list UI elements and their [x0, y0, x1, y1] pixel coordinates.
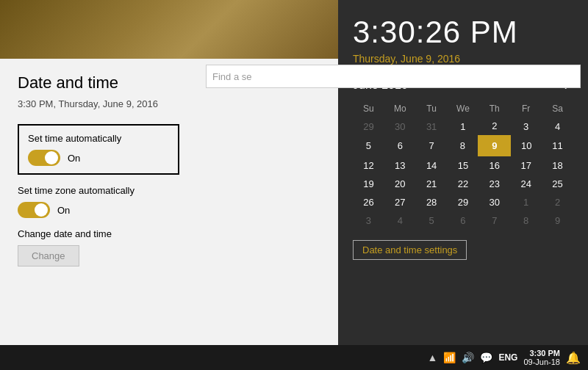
calendar-day[interactable]: 31	[416, 117, 448, 136]
change-datetime-section: Change date and time Change	[18, 228, 320, 266]
day-header-mo: Mo	[384, 101, 416, 117]
taskbar: ▲ 📶 🔊 💬 ENG 3:30 PM 09-Jun-18 🔔	[0, 345, 588, 370]
calendar-week-row: 262728293012	[353, 193, 573, 211]
clock-panel: 3:30:26 PM Thursday, June 9, 2016 June 2…	[338, 0, 588, 345]
calendar-day[interactable]: 24	[510, 175, 542, 193]
settings-panel: Date and time 3:30 PM, Thursday, June 9,…	[0, 59, 338, 345]
background-image	[0, 0, 338, 59]
taskbar-clock[interactable]: 3:30 PM 09-Jun-18	[523, 349, 560, 366]
auto-timezone-label: Set time zone automatically	[18, 185, 320, 196]
calendar-week-row: 567891011	[353, 136, 573, 156]
current-time-display: 3:30 PM, Thursday, June 9, 2016	[18, 98, 320, 109]
up-arrow-icon[interactable]: ▲	[428, 352, 438, 363]
calendar-day[interactable]: 6	[384, 136, 416, 156]
auto-time-section: Set time automatically On	[18, 124, 179, 175]
taskbar-time-value: 3:30 PM	[523, 349, 560, 358]
calendar-day[interactable]: 8	[448, 136, 479, 156]
auto-timezone-state: On	[57, 205, 70, 216]
day-header-su: Su	[353, 101, 384, 117]
calendar-day[interactable]: 15	[448, 156, 479, 175]
calendar-header-row: Su Mo Tu We Th Fr Sa	[353, 101, 573, 117]
calendar-day[interactable]: 25	[542, 175, 573, 193]
day-header-sa: Sa	[542, 101, 573, 117]
search-text: Find a se	[212, 71, 251, 82]
calendar-day[interactable]: 29	[448, 193, 479, 211]
auto-time-state: On	[68, 153, 80, 164]
calendar-day[interactable]: 19	[353, 175, 384, 193]
auto-time-label: Set time automatically	[28, 133, 169, 144]
calendar-day[interactable]: 5	[353, 136, 384, 156]
search-bar[interactable]: Find a se	[206, 65, 581, 88]
network-icon: 📶	[443, 352, 456, 363]
datetime-settings-link[interactable]: Date and time settings	[353, 240, 467, 260]
calendar-day[interactable]: 6	[448, 211, 479, 230]
calendar-day[interactable]: 10	[510, 136, 542, 156]
calendar-day[interactable]: 22	[448, 175, 479, 193]
calendar-day[interactable]: 1	[448, 117, 479, 136]
calendar-day[interactable]: 17	[510, 156, 542, 175]
calendar-grid: Su Mo Tu We Th Fr Sa 2930311234567891011…	[353, 101, 573, 230]
day-header-th: Th	[478, 101, 510, 117]
calendar-day[interactable]: 3	[353, 211, 384, 230]
calendar-day[interactable]: 2	[478, 117, 510, 136]
clock-date: Thursday, June 9, 2016	[353, 53, 573, 65]
calendar-day[interactable]: 4	[384, 211, 416, 230]
clock-time: 3:30:26 PM	[353, 15, 573, 50]
calendar-day[interactable]: 21	[416, 175, 448, 193]
notification-bell-icon[interactable]: 🔔	[566, 351, 581, 365]
calendar-day[interactable]: 16	[478, 156, 510, 175]
auto-time-toggle[interactable]	[28, 150, 60, 166]
calendar-day[interactable]: 20	[384, 175, 416, 193]
calendar-week-row: 2930311234	[353, 117, 573, 136]
calendar-week-row: 12131415161718	[353, 156, 573, 175]
calendar-day[interactable]: 30	[384, 117, 416, 136]
volume-icon[interactable]: 🔊	[462, 352, 474, 363]
change-datetime-label: Change date and time	[18, 228, 320, 239]
calendar-week-row: 19202122232425	[353, 175, 573, 193]
auto-time-toggle-row: On	[28, 150, 169, 166]
calendar-day[interactable]: 26	[353, 193, 384, 211]
calendar-day[interactable]: 28	[416, 193, 448, 211]
calendar-day[interactable]: 23	[478, 175, 510, 193]
calendar-day[interactable]: 3	[510, 117, 542, 136]
calendar-day[interactable]: 12	[353, 156, 384, 175]
calendar-day[interactable]: 4	[542, 117, 573, 136]
calendar-day[interactable]: 1	[510, 193, 542, 211]
calendar-day[interactable]: 18	[542, 156, 573, 175]
message-icon[interactable]: 💬	[480, 352, 492, 363]
auto-timezone-toggle-row: On	[18, 202, 320, 218]
day-header-we: We	[448, 101, 479, 117]
auto-timezone-section: Set time zone automatically On	[18, 185, 320, 218]
calendar-day[interactable]: 30	[478, 193, 510, 211]
calendar-day[interactable]: 5	[416, 211, 448, 230]
day-header-fr: Fr	[510, 101, 542, 117]
calendar-day[interactable]: 9	[542, 211, 573, 230]
calendar-day[interactable]: 13	[384, 156, 416, 175]
calendar-day[interactable]: 29	[353, 117, 384, 136]
calendar-day[interactable]: 7	[478, 211, 510, 230]
change-button[interactable]: Change	[18, 245, 79, 266]
calendar-day[interactable]: 14	[416, 156, 448, 175]
calendar-week-row: 3456789	[353, 211, 573, 230]
taskbar-date-value: 09-Jun-18	[523, 358, 560, 366]
day-header-tu: Tu	[416, 101, 448, 117]
calendar-day[interactable]: 27	[384, 193, 416, 211]
calendar-day[interactable]: 7	[416, 136, 448, 156]
language-indicator[interactable]: ENG	[498, 352, 517, 363]
calendar-day[interactable]: 8	[510, 211, 542, 230]
notification-area: ▲ 📶 🔊 💬	[428, 352, 493, 363]
auto-timezone-toggle[interactable]	[18, 202, 50, 218]
calendar-day[interactable]: 9	[478, 136, 510, 156]
calendar-day[interactable]: 11	[542, 136, 573, 156]
calendar-day[interactable]: 2	[542, 193, 573, 211]
